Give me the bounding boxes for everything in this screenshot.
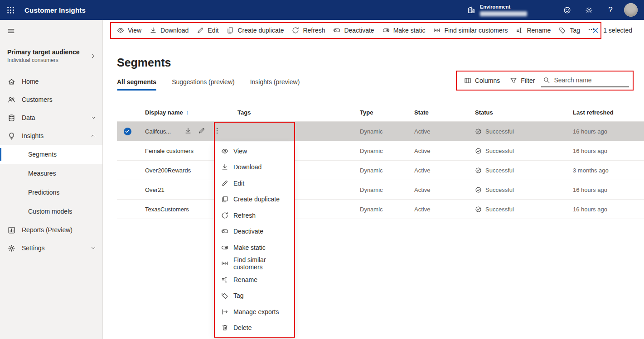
- menu-item-edit[interactable]: Edit: [215, 175, 294, 191]
- filter-button[interactable]: Filter: [506, 73, 538, 88]
- command-label: Make static: [393, 27, 426, 34]
- sidebar-item-reports[interactable]: Reports (Preview): [0, 221, 102, 239]
- menu-item-delete[interactable]: Delete: [215, 320, 294, 336]
- command-download[interactable]: Download: [145, 24, 193, 37]
- table-row[interactable]: Over21 Dynamic Active Successful 16 hour…: [117, 180, 644, 200]
- menu-item-label: Refresh: [233, 212, 256, 219]
- segment-name[interactable]: Califcus...: [145, 128, 179, 135]
- row-selected-check-icon[interactable]: [124, 128, 131, 135]
- row-download-button[interactable]: [183, 126, 193, 137]
- menu-item-tag[interactable]: Tag: [215, 288, 294, 304]
- sidebar-subitem-label: Predictions: [28, 189, 59, 196]
- feedback-button[interactable]: [556, 0, 578, 20]
- segment-name[interactable]: TexasCustomers: [145, 206, 189, 213]
- sidebar-item-custom-models[interactable]: Custom models: [0, 202, 102, 221]
- sidebar-item-segments[interactable]: Segments: [0, 145, 102, 164]
- pencil-icon: [197, 27, 204, 34]
- command-edit[interactable]: Edit: [193, 24, 223, 37]
- command-create-duplicate[interactable]: Create duplicate: [223, 24, 288, 37]
- tab-label: Insights (preview): [250, 78, 300, 86]
- menu-item-rename[interactable]: Rename: [215, 272, 294, 288]
- topbar-right: Environment ?: [467, 0, 644, 20]
- sidebar: Primary target audience Individual consu…: [0, 20, 103, 339]
- tab-all-segments[interactable]: All segments: [117, 78, 156, 91]
- sidebar-item-predictions[interactable]: Predictions: [0, 183, 102, 202]
- download-icon: [150, 27, 157, 34]
- pencil-icon: [198, 127, 205, 134]
- menu-item-create-duplicate[interactable]: Create duplicate: [215, 191, 294, 208]
- sidebar-item-insights[interactable]: Insights: [0, 127, 102, 145]
- environment-icon: [467, 6, 475, 14]
- menu-item-view[interactable]: View: [215, 143, 294, 159]
- search-icon: [543, 76, 550, 84]
- menu-item-deactivate[interactable]: Deactivate: [215, 224, 294, 240]
- column-header-tags[interactable]: Tags: [237, 109, 360, 116]
- command-label: View: [128, 27, 141, 34]
- cell-status: Successful: [475, 148, 573, 154]
- audience-switcher[interactable]: Primary target audience Individual consu…: [0, 37, 102, 67]
- column-header-last-refreshed[interactable]: Last refreshed: [573, 109, 644, 116]
- menu-item-manage-exports[interactable]: Manage exports: [215, 304, 294, 320]
- sidebar-item-label: Data: [22, 114, 35, 121]
- copy-icon: [227, 27, 234, 34]
- sidebar-item-customers[interactable]: Customers: [0, 91, 102, 109]
- segment-name[interactable]: Over200Rewards: [145, 167, 191, 174]
- menu-item-label: View: [233, 148, 247, 155]
- chevron-up-icon: [91, 133, 96, 138]
- command-refresh[interactable]: Refresh: [288, 24, 329, 37]
- menu-item-label: Find similar customers: [233, 256, 294, 271]
- segment-name[interactable]: Female customers: [145, 148, 194, 154]
- segments-table: Display name ↑ Tags Type State Status La…: [117, 104, 644, 219]
- help-button[interactable]: ?: [600, 0, 621, 20]
- search-box: [541, 74, 629, 87]
- row-more-actions-button[interactable]: [212, 126, 222, 137]
- sidebar-item-label: Settings: [22, 244, 45, 252]
- sidebar-item-home[interactable]: Home: [0, 72, 102, 91]
- sidebar-item-settings[interactable]: Settings: [0, 239, 102, 257]
- sidebar-item-data[interactable]: Data: [0, 109, 102, 127]
- check-circle-icon: [475, 167, 482, 174]
- column-header-status[interactable]: Status: [475, 109, 573, 116]
- tab-suggestions[interactable]: Suggestions (preview): [172, 78, 235, 91]
- row-edit-button[interactable]: [197, 126, 207, 137]
- avatar[interactable]: [624, 3, 638, 17]
- column-header-display-name[interactable]: Display name ↑: [138, 109, 237, 116]
- segment-name[interactable]: Over21: [145, 186, 165, 193]
- command-rename[interactable]: Rename: [512, 24, 555, 37]
- hamburger-icon: [7, 27, 15, 35]
- tab-label: All segments: [117, 78, 156, 86]
- column-header-type[interactable]: Type: [360, 109, 414, 116]
- command-label: Edit: [208, 27, 218, 34]
- sidebar-item-measures[interactable]: Measures: [0, 164, 102, 183]
- table-row[interactable]: Over200Rewards Dynamic Active Successful…: [117, 161, 644, 180]
- chart-icon: [8, 226, 15, 234]
- menu-item-refresh[interactable]: Refresh: [215, 207, 294, 224]
- cell-state: Active: [414, 206, 475, 213]
- rename-icon: [516, 27, 523, 34]
- clear-selection-button[interactable]: [592, 27, 599, 34]
- column-header-state[interactable]: State: [414, 109, 475, 116]
- command-view[interactable]: View: [113, 24, 145, 37]
- table-row[interactable]: TexasCustomers Dynamic Active Successful…: [117, 200, 644, 219]
- search-input[interactable]: [554, 76, 627, 84]
- columns-button[interactable]: Columns: [460, 73, 504, 88]
- command-deactivate[interactable]: Deactivate: [329, 24, 378, 37]
- table-row[interactable]: Califcus... Dynamic Active Successful 16…: [117, 122, 644, 141]
- command-make-static[interactable]: Make static: [378, 24, 430, 37]
- sidebar-collapse-button[interactable]: [7, 27, 15, 37]
- table-row[interactable]: Female customers Dynamic Active Successf…: [117, 141, 644, 161]
- menu-item-download[interactable]: Download: [215, 159, 294, 176]
- chevron-right-icon: [90, 53, 96, 59]
- menu-item-make-static[interactable]: Make static: [215, 239, 294, 256]
- command-label: Create duplicate: [237, 27, 284, 34]
- view-controls-annotated: Columns Filter: [456, 71, 634, 91]
- command-find-similar[interactable]: Find similar customers: [429, 24, 512, 37]
- tab-insights[interactable]: Insights (preview): [250, 78, 300, 91]
- environment-picker[interactable]: Environment: [467, 4, 527, 16]
- cell-status: Successful: [475, 128, 573, 135]
- command-label: Deactivate: [344, 27, 374, 34]
- app-launcher-button[interactable]: [0, 0, 21, 20]
- settings-button[interactable]: [578, 0, 600, 20]
- menu-item-find-similar[interactable]: Find similar customers: [215, 256, 294, 272]
- command-tag[interactable]: Tag: [555, 24, 584, 37]
